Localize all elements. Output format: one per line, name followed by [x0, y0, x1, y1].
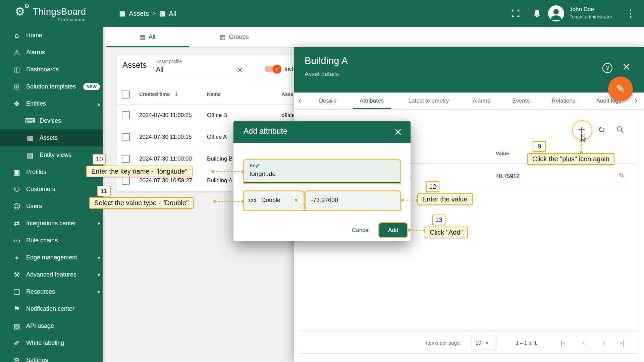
- annotation-connector-11: [215, 201, 243, 202]
- fullscreen-icon[interactable]: [510, 8, 521, 19]
- key-field[interactable]: Key* longitude: [244, 160, 400, 183]
- edge-management-icon: ⌖: [11, 254, 22, 262]
- col-name[interactable]: Name: [207, 91, 221, 97]
- alarms-icon: ⚠: [11, 49, 22, 57]
- row-checkbox[interactable]: [122, 155, 130, 163]
- sidebar-item-rule-chains[interactable]: ‹·› Rule chains: [0, 232, 105, 249]
- key-field-value: longitude: [250, 170, 276, 178]
- thingsboard-app: ⚙ ⚙ ThingsBoard Professional ▦ Assets > …: [0, 0, 644, 362]
- tab-groups[interactable]: ▦ Groups: [189, 27, 279, 47]
- sidebar-item-resources[interactable]: ❏ Resources ▾: [0, 283, 105, 300]
- tab-relations[interactable]: Relations: [552, 93, 576, 109]
- select-all-checkbox[interactable]: [122, 90, 130, 99]
- tab-latest-telemetry[interactable]: Latest telemetry: [409, 93, 449, 109]
- resources-icon: ❏: [11, 288, 22, 296]
- sidebar-item-solution-templates[interactable]: ⊞ Solution templates NEW: [0, 78, 105, 95]
- col-created-time[interactable]: Created time: [139, 91, 170, 97]
- notification-center-icon: ⚑: [11, 305, 22, 313]
- active-panel-tab-underline: [353, 108, 391, 109]
- panel-tabs: ‹ Details Attributes Latest telemetry Al…: [294, 93, 644, 110]
- dialog-header: Add attribute ×: [233, 121, 411, 143]
- active-tab-underline: [106, 46, 189, 47]
- sidebar-item-edge-management[interactable]: ⌖ Edge management ▾: [0, 249, 105, 266]
- sidebar-item-advanced-features[interactable]: ⚒ Advanced features ▾: [0, 266, 105, 283]
- close-panel-icon[interactable]: ×: [622, 60, 631, 73]
- chevron-down-icon: ▾: [97, 255, 100, 261]
- col-asset-profile[interactable]: Asse: [281, 91, 293, 97]
- add-attribute-dialog: Add attribute × Key* longitude 123 Doubl…: [233, 121, 411, 241]
- key-field-label: Key*: [250, 163, 260, 168]
- value-type-select[interactable]: 123 Double ▾: [244, 191, 304, 210]
- sidebar-item-notification-center[interactable]: ⚑ Notification center: [0, 300, 105, 317]
- annotation-text-12: Enter the value: [417, 193, 473, 205]
- edit-fab[interactable]: ✎: [608, 76, 633, 101]
- annotation-step-9: 9: [533, 141, 546, 152]
- entity-views-icon: ▤: [25, 151, 36, 159]
- tab-all[interactable]: ▦ All: [106, 27, 189, 47]
- breadcrumb-assets[interactable]: Assets: [129, 10, 149, 17]
- cancel-button[interactable]: Cancel: [352, 227, 370, 234]
- chevron-up-icon: ▴: [97, 101, 100, 107]
- sidebar-item-devices[interactable]: ⌨ Devices: [0, 112, 105, 129]
- user-avatar[interactable]: [548, 5, 564, 21]
- chevron-down-icon: ▾: [97, 221, 100, 227]
- sidebar-item-white-labeling[interactable]: ✐ White labeling: [0, 335, 105, 352]
- items-per-page-select[interactable]: 10 ▾: [472, 336, 496, 350]
- tabs-scroll-left-icon[interactable]: ‹: [298, 93, 301, 109]
- refresh-icon[interactable]: ↻: [595, 123, 608, 136]
- notifications-bell-icon[interactable]: [532, 8, 542, 19]
- sidebar-item-entity-views[interactable]: ▤ Entity views: [0, 146, 105, 164]
- number-type-icon: 123: [248, 198, 257, 203]
- tabs-scroll-right-icon[interactable]: ›: [634, 93, 638, 109]
- users-icon: ☺: [11, 202, 22, 210]
- row-checkbox[interactable]: [122, 133, 130, 141]
- sidebar-item-integrations-center[interactable]: ⇄ Integrations center ▾: [0, 215, 105, 232]
- assets-icon: ▦: [25, 134, 36, 142]
- sidebar-item-dashboards[interactable]: ◫ Dashboards: [0, 61, 105, 78]
- prev-page-icon[interactable]: ‹: [582, 339, 585, 347]
- sidebar-item-alarms[interactable]: ⚠ Alarms: [0, 44, 105, 61]
- tab-details[interactable]: Details: [319, 93, 336, 109]
- sidebar-item-assets[interactable]: ▦ Assets: [0, 129, 105, 146]
- panel-subtitle: Asset details: [305, 71, 339, 78]
- sidebar-item-customers[interactable]: ⚇ Customers: [0, 181, 105, 198]
- tab-attributes[interactable]: Attributes: [360, 93, 384, 109]
- settings-icon: ⚙: [11, 356, 22, 362]
- annotation-text-9: Click the "plus" icon again: [527, 153, 614, 165]
- solution-templates-icon: ⊞: [11, 83, 22, 91]
- clear-filter-icon[interactable]: ×: [237, 65, 243, 74]
- pagination-divider: [300, 330, 637, 331]
- profiles-icon: ▣: [11, 168, 22, 176]
- next-page-icon[interactable]: ›: [602, 339, 605, 347]
- first-page-icon[interactable]: |‹: [560, 339, 566, 347]
- row-checkbox[interactable]: [122, 111, 130, 119]
- last-page-icon[interactable]: ›|: [620, 339, 625, 347]
- help-icon[interactable]: ?: [602, 63, 612, 73]
- sidebar-item-home[interactable]: ⌂ Home: [0, 27, 105, 44]
- annotation-text-10: Enter the key name - "longitude": [86, 166, 193, 177]
- annotation-text-11: Select the value type - "Double": [89, 197, 194, 209]
- sort-desc-icon[interactable]: ↓: [174, 91, 178, 97]
- devices-icon: ⌨: [25, 117, 36, 125]
- include-toggle-thumb[interactable]: ✓: [273, 65, 281, 73]
- annotation-text-13: Click "Add": [425, 227, 468, 238]
- sidebar-item-settings[interactable]: ⚙ Settings: [0, 352, 105, 362]
- tab-events[interactable]: Events: [512, 93, 530, 109]
- asset-profile-filter-value[interactable]: All: [156, 66, 163, 73]
- logo-gear-small-icon: ⚙: [24, 3, 30, 10]
- tab-alarms[interactable]: Alarms: [473, 93, 490, 109]
- sidebar-nav: ⌂ Home ⚠ Alarms ◫ Dashboards ⊞ Solution …: [0, 27, 105, 362]
- attr-col-value[interactable]: Value: [496, 150, 509, 156]
- add-button[interactable]: Add: [379, 223, 407, 237]
- close-dialog-icon[interactable]: ×: [394, 126, 402, 137]
- edit-attribute-icon[interactable]: ✎: [619, 172, 625, 180]
- search-icon[interactable]: [616, 125, 625, 134]
- row-checkbox[interactable]: [122, 177, 130, 185]
- breadcrumb-all[interactable]: All: [169, 10, 176, 17]
- sidebar-item-entities[interactable]: ❖ Entities ▴: [0, 95, 105, 112]
- value-field[interactable]: -73.97600: [306, 191, 400, 210]
- sidebar-item-api-usage[interactable]: ▧ API usage: [0, 317, 105, 335]
- select-arrow-icon: ▾: [295, 197, 297, 203]
- more-menu-icon[interactable]: ⋮: [626, 8, 635, 19]
- chevron-down-icon: ▾: [97, 272, 100, 278]
